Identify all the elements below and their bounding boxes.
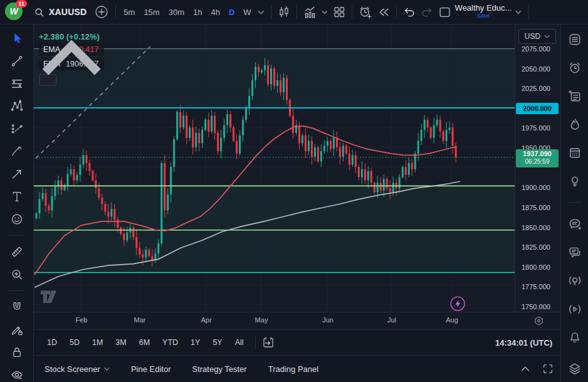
legend-collapse-button[interactable] xyxy=(39,74,56,86)
redo-icon xyxy=(421,6,433,18)
divider xyxy=(396,5,397,19)
chevron-down-icon xyxy=(515,10,522,14)
indicators-button[interactable] xyxy=(301,3,319,21)
tab-label: Stock Screener xyxy=(45,364,100,374)
tab-strategy-tester[interactable]: Strategy Tester xyxy=(192,364,246,374)
add-symbol-button[interactable] xyxy=(92,2,112,22)
tab-pine-editor[interactable]: Pine Editor xyxy=(131,364,171,374)
private-chat-icon[interactable] xyxy=(568,245,582,259)
price-axis[interactable]: USD 2075.0002050.0002025.0002000.0001975… xyxy=(515,24,561,312)
forecast-tool-icon[interactable] xyxy=(10,122,24,135)
range-1m[interactable]: 1M xyxy=(87,335,108,350)
text-tool-icon[interactable] xyxy=(10,190,24,203)
chat-cloud-icon[interactable] xyxy=(568,217,582,231)
emoji-tool-icon[interactable] xyxy=(10,213,24,226)
watchlist-icon[interactable] xyxy=(568,33,582,46)
price-label: 1775.000 xyxy=(522,282,550,292)
gear-icon[interactable] xyxy=(533,316,544,326)
trend-line-tool-icon[interactable] xyxy=(10,55,24,68)
bottom-panel: Stock ScreenerPine EditorStrategy Tester… xyxy=(33,355,561,382)
range-1y[interactable]: 1Y xyxy=(186,335,205,350)
cursor-tool-icon[interactable] xyxy=(10,32,24,45)
chart-style-button[interactable] xyxy=(275,3,293,21)
lock-all-tool-icon[interactable] xyxy=(10,346,24,359)
top-toolbar: W 11 XAUUSD 5m15m30m1h4hDW xyxy=(0,0,588,24)
grid-layout-icon xyxy=(333,6,345,18)
notes-icon[interactable] xyxy=(568,89,582,103)
hotlist-icon[interactable] xyxy=(568,117,582,131)
currency-label: USD xyxy=(525,32,540,41)
timeframe-D[interactable]: D xyxy=(225,5,238,19)
divider xyxy=(528,5,528,19)
create-alert-button[interactable] xyxy=(356,3,374,21)
chevron-down-icon xyxy=(104,367,110,371)
chart-area: +2.380 (+0.12%) EMA 1950.417 EMA 1906.64… xyxy=(33,24,561,312)
tab-label: Trading Panel xyxy=(268,364,318,374)
tab-trading-panel[interactable]: Trading Panel xyxy=(268,364,318,374)
object-tree-icon[interactable] xyxy=(568,362,582,376)
timeframe-1h[interactable]: 1h xyxy=(189,5,206,19)
streams-idea-icon[interactable] xyxy=(568,273,582,287)
month-label: May xyxy=(255,316,268,324)
chevron-down-icon xyxy=(544,34,550,38)
layout-name: Wealthy Educ... xyxy=(455,4,512,12)
indicator-templates-button[interactable] xyxy=(319,8,330,17)
range-1d[interactable]: 1D xyxy=(42,335,62,350)
range-5y[interactable]: 5Y xyxy=(207,335,227,350)
candlestick-chart[interactable]: +2.380 (+0.12%) EMA 1950.417 EMA 1906.64… xyxy=(33,24,515,312)
undo-icon xyxy=(403,6,416,18)
replay-rewind-icon xyxy=(377,6,390,19)
magnet-tool-icon[interactable] xyxy=(10,300,24,314)
timeframe-30m[interactable]: 30m xyxy=(165,5,188,19)
timeframe-15m[interactable]: 15m xyxy=(140,5,163,19)
ideas-icon[interactable] xyxy=(568,174,582,188)
save-layout-button[interactable] xyxy=(436,3,454,21)
range-6m[interactable]: 6M xyxy=(134,335,155,350)
ruler-tool-icon[interactable] xyxy=(10,245,24,258)
currency-selector[interactable]: USD xyxy=(518,29,556,44)
range-3m[interactable]: 3M xyxy=(110,335,131,350)
tab-stock-screener[interactable]: Stock Screener xyxy=(45,364,110,374)
hide-all-tool-icon[interactable] xyxy=(10,368,24,381)
price-label: 1850.000 xyxy=(522,223,550,233)
account-menu-button[interactable]: W 11 xyxy=(5,3,24,21)
save-link[interactable]: Save xyxy=(477,12,490,19)
timeframe-dropdown-button[interactable] xyxy=(255,8,267,17)
layout-square-icon xyxy=(438,6,451,19)
month-label: Jul xyxy=(387,316,396,324)
layout-dropdown-button[interactable] xyxy=(513,8,524,17)
draw-lock-tool-icon[interactable] xyxy=(10,323,24,336)
divider xyxy=(297,5,297,19)
bottom-toolbar: 1D5D1M3M6MYTD1Y5YAll 14:34:01 (UTC) xyxy=(33,329,561,355)
calendar-icon[interactable] xyxy=(568,146,582,159)
redo-button[interactable] xyxy=(418,3,436,21)
timeframe-4h[interactable]: 4h xyxy=(207,5,223,19)
arrow-tool-icon[interactable] xyxy=(10,167,24,181)
session-clock[interactable]: 14:34:01 (UTC) xyxy=(495,338,552,348)
zoom-in-tool-icon[interactable] xyxy=(10,268,24,281)
price-label: 1825.000 xyxy=(522,242,550,252)
notifications-icon[interactable] xyxy=(568,330,582,344)
xabcd-pattern-tool-icon[interactable] xyxy=(10,100,24,113)
layout-grid-button[interactable] xyxy=(330,3,348,21)
symbol-search[interactable]: XAUUSD xyxy=(29,4,92,20)
range-all[interactable]: All xyxy=(230,335,249,350)
month-label: Jun xyxy=(322,316,333,324)
layout-name-button[interactable]: Wealthy Educ... Save xyxy=(455,4,512,19)
time-axis[interactable]: FebMarAprMayJunJulAug xyxy=(33,312,561,329)
brush-tool-icon[interactable] xyxy=(10,145,24,158)
range-ytd[interactable]: YTD xyxy=(157,335,183,350)
range-5d[interactable]: 5D xyxy=(65,335,85,350)
fib-retracement-tool-icon[interactable] xyxy=(10,77,24,90)
bar-replay-button[interactable] xyxy=(374,3,392,21)
month-label: Mar xyxy=(134,316,146,324)
panel-maximize-button[interactable] xyxy=(542,363,554,374)
search-icon xyxy=(34,7,45,18)
timeframe-W[interactable]: W xyxy=(239,5,255,19)
go-to-date-button[interactable] xyxy=(260,334,277,351)
timeframe-5m[interactable]: 5m xyxy=(120,5,139,19)
panel-expand-button[interactable] xyxy=(520,363,531,374)
live-streams-icon[interactable] xyxy=(568,302,582,316)
alerts-clock-icon[interactable] xyxy=(568,61,582,75)
undo-button[interactable] xyxy=(401,3,418,21)
